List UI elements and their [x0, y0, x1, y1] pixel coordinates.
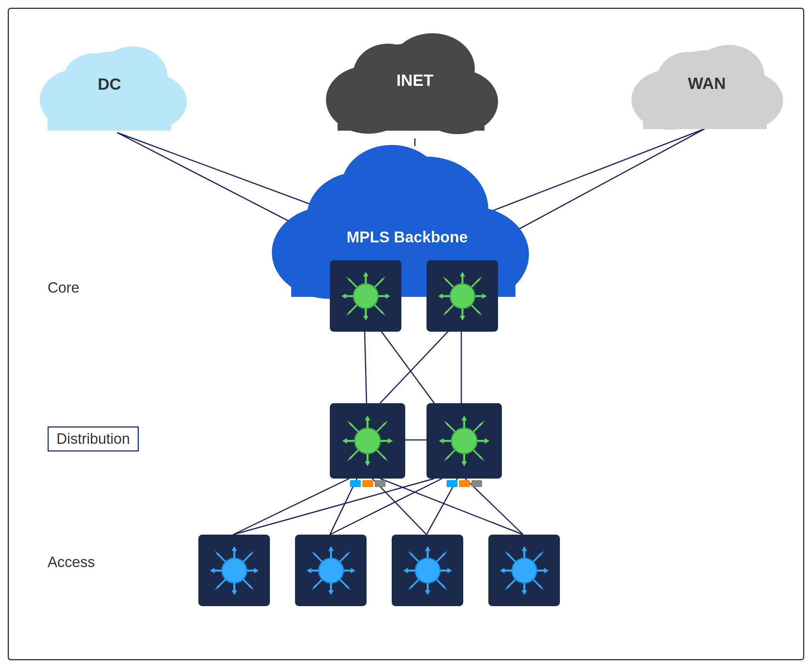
svg-marker-155 [408, 551, 413, 556]
svg-point-28 [390, 33, 475, 104]
access-router-2 [295, 535, 367, 606]
svg-marker-117 [210, 568, 215, 573]
svg-marker-174 [539, 551, 544, 556]
svg-marker-172 [505, 551, 510, 556]
port-gray-2 [471, 480, 482, 487]
svg-marker-161 [442, 585, 447, 590]
svg-marker-113 [232, 546, 237, 551]
svg-marker-104 [444, 421, 450, 426]
svg-marker-72 [477, 276, 482, 282]
svg-marker-119 [254, 568, 259, 573]
svg-marker-96 [461, 416, 467, 420]
svg-line-5 [365, 330, 367, 403]
dist1-ports [350, 480, 386, 487]
svg-marker-79 [365, 416, 370, 420]
svg-marker-100 [439, 438, 444, 444]
svg-marker-85 [388, 438, 392, 444]
svg-point-60 [450, 284, 475, 308]
svg-marker-121 [215, 551, 220, 556]
svg-marker-64 [460, 316, 465, 320]
dist2-ports [447, 480, 482, 487]
svg-rect-35 [643, 103, 767, 129]
svg-line-7 [380, 330, 450, 403]
svg-marker-98 [461, 461, 467, 466]
port-orange-1 [362, 480, 373, 487]
svg-marker-140 [345, 551, 351, 556]
svg-marker-151 [403, 568, 408, 573]
svg-marker-136 [351, 568, 355, 573]
svg-point-145 [415, 558, 440, 583]
distribution-layer-label: Distribution [48, 426, 139, 452]
svg-line-10 [233, 479, 349, 535]
port-orange-2 [459, 480, 470, 487]
svg-marker-178 [539, 585, 544, 590]
svg-marker-125 [215, 585, 220, 590]
port-blue-1 [350, 480, 361, 487]
svg-marker-66 [438, 293, 443, 299]
svg-marker-93 [382, 456, 388, 462]
svg-marker-102 [484, 438, 489, 444]
svg-marker-130 [328, 546, 334, 551]
svg-marker-53 [346, 276, 351, 282]
svg-point-43 [353, 284, 378, 308]
svg-marker-170 [544, 568, 549, 573]
svg-marker-70 [443, 276, 448, 282]
port-blue-2 [447, 480, 457, 487]
svg-marker-157 [442, 551, 447, 556]
svg-marker-132 [328, 590, 334, 595]
svg-rect-29 [338, 102, 484, 131]
svg-point-77 [355, 428, 380, 453]
svg-point-111 [222, 558, 247, 583]
svg-line-14 [233, 479, 434, 535]
svg-line-6 [380, 330, 434, 403]
svg-point-128 [319, 558, 343, 583]
svg-point-94 [451, 428, 477, 453]
svg-marker-81 [365, 461, 370, 466]
svg-marker-166 [522, 590, 527, 595]
access-layer-label: Access [48, 554, 95, 571]
core-router-1 [330, 260, 401, 332]
core-router-2 [426, 260, 498, 332]
core-layer-label: Core [48, 279, 79, 296]
svg-marker-164 [522, 546, 527, 551]
svg-marker-149 [425, 590, 430, 595]
svg-marker-76 [477, 310, 482, 316]
access-router-1 [198, 535, 270, 606]
svg-point-162 [512, 558, 537, 583]
svg-marker-74 [443, 310, 448, 316]
svg-marker-62 [460, 272, 465, 276]
svg-marker-115 [232, 590, 237, 595]
dc-label: DC [98, 75, 121, 94]
svg-rect-23 [48, 104, 171, 131]
svg-marker-59 [380, 310, 386, 316]
svg-marker-108 [444, 456, 450, 462]
svg-marker-47 [363, 316, 368, 320]
svg-marker-176 [505, 585, 510, 590]
svg-marker-123 [249, 551, 254, 556]
dist-router-1 [330, 403, 405, 479]
svg-marker-142 [311, 585, 317, 590]
svg-marker-159 [408, 585, 413, 590]
svg-marker-68 [482, 293, 487, 299]
dc-cloud: DC [28, 30, 191, 138]
svg-marker-134 [307, 568, 311, 573]
mpls-label: MPLS Backbone [346, 228, 467, 246]
svg-line-15 [330, 479, 442, 535]
svg-marker-168 [500, 568, 505, 573]
svg-marker-83 [342, 438, 347, 444]
svg-marker-153 [447, 568, 452, 573]
svg-marker-127 [249, 585, 254, 590]
svg-point-41 [341, 145, 442, 228]
svg-marker-55 [380, 276, 386, 282]
svg-marker-91 [347, 456, 353, 462]
svg-marker-138 [311, 551, 317, 556]
svg-marker-51 [386, 293, 390, 299]
mpls-cloud: MPLS Backbone [260, 140, 554, 310]
svg-marker-49 [341, 293, 346, 299]
svg-marker-87 [347, 421, 353, 426]
svg-marker-144 [345, 585, 351, 590]
access-router-3 [392, 535, 463, 606]
inet-label: INET [396, 71, 433, 90]
port-gray-1 [375, 480, 386, 487]
svg-marker-57 [346, 310, 351, 316]
